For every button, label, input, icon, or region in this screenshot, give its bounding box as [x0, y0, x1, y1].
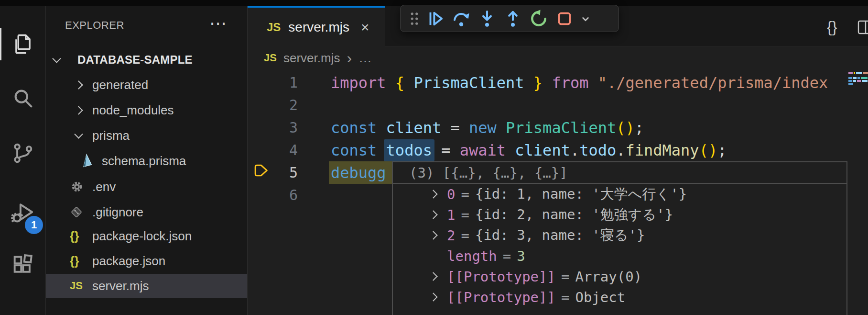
chevron-right-icon [74, 106, 83, 114]
tree-item-label: node_modules [92, 103, 174, 118]
line-number[interactable]: 4 [248, 142, 298, 158]
popup-row-Prototype[interactable]: [[Prototype]]=Object [393, 287, 846, 307]
breadcrumb-file[interactable]: server.mjs [283, 51, 340, 66]
chevron-right-icon [429, 292, 437, 301]
chevron-down-icon [74, 130, 83, 138]
activity-item-extensions[interactable] [0, 244, 46, 288]
chevron-down-icon [52, 54, 61, 63]
minimap-line [848, 83, 853, 85]
minimap[interactable] [847, 69, 868, 315]
more-actions-icon[interactable]: ⋯ [209, 15, 227, 32]
chevron-right-icon: › [347, 52, 352, 64]
stop-button[interactable] [552, 8, 577, 30]
debug-toolbar [400, 5, 619, 32]
variable-name: 1 [447, 207, 455, 223]
tree-item-label: package-lock.json [92, 229, 192, 244]
tree-item-server.mjs[interactable]: JSserver.mjs [46, 274, 247, 298]
variable-name: 0 [447, 186, 455, 202]
split-editor-icon[interactable] [857, 20, 868, 36]
breadcrumb: JS server.mjs › … [264, 46, 372, 69]
drag-handle[interactable] [406, 8, 423, 30]
restart-button[interactable] [526, 8, 552, 30]
variable-value: 3 [517, 248, 525, 264]
tree-item-label: schema.prisma [102, 154, 186, 169]
activity-item-explorer[interactable] [0, 22, 46, 66]
popup-row-length[interactable]: length=3 [393, 246, 846, 266]
js-icon: JS [70, 280, 83, 292]
variable-name: 2 [447, 227, 455, 244]
variable-name: [[Prototype]] [447, 289, 555, 305]
step-into-button[interactable] [474, 8, 500, 30]
tree-item-label: package.json [92, 254, 165, 269]
variable-value: Array(0) [575, 269, 642, 285]
line-number[interactable]: 2 [248, 97, 298, 113]
debug-value-popup: (3) [{…}, {…}, {…}] 0={id: 1, name: '大学へ… [392, 161, 847, 315]
code-text: const todos = await client.todo.findMany… [331, 141, 727, 159]
tree-item-label: DATABASE-SAMPLE [77, 53, 193, 67]
vscode-window: 1 EXPLORER ⋯ DATABASE-SAMPLEgeneratednod… [0, 0, 868, 315]
minimap-line [848, 77, 868, 79]
variable-value: Object [575, 289, 625, 305]
minimap-line [848, 72, 868, 74]
breadcrumb-symbol-ellipsis[interactable]: … [358, 50, 372, 66]
equals-sign: = [461, 186, 469, 202]
chevron-right-icon [429, 231, 437, 239]
popup-row-0[interactable]: 0={id: 1, name: '大学へ行く'} [393, 184, 846, 204]
tree-item-generated[interactable]: generated [46, 73, 247, 97]
tree-item-label: .gitignore [92, 205, 143, 220]
tree-item-label: generated [92, 78, 148, 92]
popup-row-1[interactable]: 1={id: 2, name: '勉強する'} [393, 204, 846, 225]
activity-item-search[interactable] [0, 76, 46, 120]
equals-sign: = [561, 269, 569, 285]
code-line-4[interactable]: 4const todos = await client.todo.findMan… [248, 139, 847, 161]
line-number[interactable]: 6 [248, 187, 298, 203]
equals-sign: = [503, 248, 511, 264]
step-out-button[interactable] [500, 8, 526, 30]
popup-row-Prototype[interactable]: [[Prototype]]=Array(0) [393, 266, 846, 287]
tree-item-node-modules[interactable]: node_modules [46, 98, 247, 122]
tree-item-label: server.mjs [92, 279, 149, 293]
equals-sign: = [561, 289, 569, 305]
line-number[interactable]: 3 [248, 119, 298, 136]
git-icon [70, 205, 83, 219]
active-view-indicator [0, 28, 1, 60]
code-line-1[interactable]: 1import { PrismaClient } from "./generat… [248, 71, 847, 94]
chevron-right-icon [74, 80, 83, 89]
minimap-line [848, 80, 868, 82]
popup-array-summary: (3) [{…}, {…}, {…}] [393, 162, 846, 184]
tree-item-label: prisma [92, 128, 130, 143]
tab-label: server.mjs [288, 20, 349, 35]
continue-button[interactable] [423, 8, 448, 30]
tree-item-package-lock.json[interactable]: {}package-lock.json [46, 224, 247, 248]
js-file-icon: JS [264, 52, 277, 64]
more-actions-button[interactable] [577, 8, 594, 30]
line-number[interactable]: 1 [248, 74, 298, 91]
prisma-icon [79, 153, 94, 169]
js-file-icon: JS [267, 21, 281, 34]
bracket-pair-icon[interactable]: {} [827, 18, 837, 36]
activity-item-source-control[interactable] [0, 131, 46, 175]
debug-session-badge: 1 [25, 216, 43, 234]
tree-item-schema.prisma[interactable]: schema.prisma [46, 149, 247, 173]
tree-item-DATABASE-SAMPLE[interactable]: DATABASE-SAMPLE [46, 48, 247, 72]
variable-name: [[Prototype]] [447, 269, 555, 285]
explorer-title: EXPLORER [65, 19, 124, 32]
tab-server-mjs[interactable]: JS server.mjs × [248, 6, 385, 46]
variable-value: {id: 2, name: '勉強する'} [475, 205, 673, 225]
gear-icon [70, 180, 84, 194]
json-icon: {} [70, 229, 79, 243]
tree-item-label: .env [92, 180, 116, 194]
variable-value: {id: 1, name: '大学へ行く'} [475, 185, 687, 204]
code-line-2[interactable]: 2 [248, 94, 847, 116]
code-line-3[interactable]: 3const client = new PrismaClient(); [248, 116, 847, 139]
tree-item-.env[interactable]: .env [46, 175, 247, 199]
close-tab-icon[interactable]: × [361, 19, 369, 35]
tree-item-prisma[interactable]: prisma [46, 124, 247, 147]
tree-item-package.json[interactable]: {}package.json [46, 249, 247, 273]
activity-bar: 1 [0, 6, 46, 315]
step-over-button[interactable] [448, 8, 474, 30]
variable-name: length [447, 248, 497, 264]
popup-row-2[interactable]: 2={id: 3, name: '寝る'} [393, 225, 846, 246]
activity-item-run-and-debug[interactable]: 1 [0, 190, 46, 234]
tree-item-.gitignore[interactable]: .gitignore [46, 200, 247, 224]
